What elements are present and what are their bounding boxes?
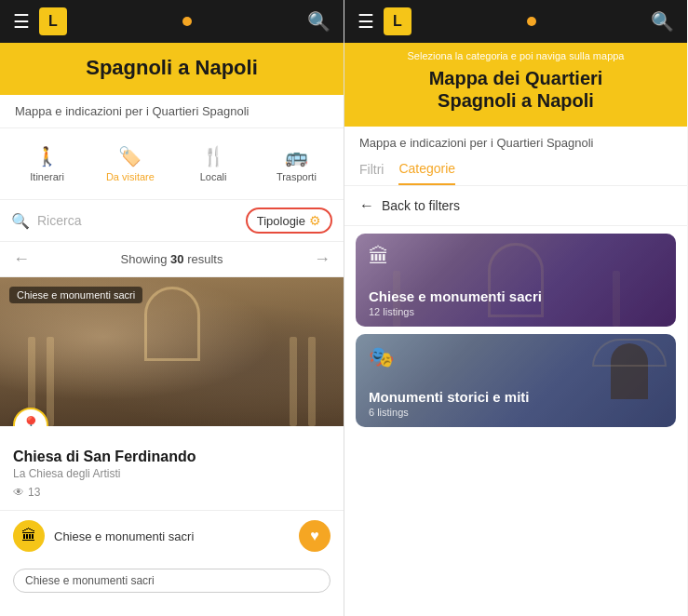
card-image: Chiese e monumenti sacri 📍 [0, 277, 344, 426]
description-text-left: Mappa e indicazioni per i Quartieri Spag… [15, 104, 249, 118]
category-cards-list: 🏛 Chiese e monumenti sacri 12 listings 🎭… [344, 226, 687, 616]
top-bar-right: ☰ L 🔍 [344, 0, 687, 43]
tab-trasporti[interactable]: 🚌 Trasporti [257, 140, 336, 188]
column-center-left [47, 337, 54, 426]
next-arrow[interactable]: → [314, 249, 331, 269]
tab-trasporti-label: Trasporti [277, 171, 317, 182]
tab-visitare-label: Da visitare [106, 171, 155, 182]
showing-text: Showing [121, 252, 170, 266]
favorite-button[interactable]: ♥ [299, 520, 331, 552]
tab-locali-label: Locali [200, 171, 227, 182]
filter-icon: ⚙ [309, 213, 321, 228]
itinerari-icon: 🚶 [35, 145, 59, 167]
title-text-right: Mappa dei Quartieri Spagnoli a Napoli [429, 68, 603, 111]
arch-shape [144, 287, 200, 361]
tab-itinerari-label: Itinerari [30, 171, 64, 182]
top-bar-right-left-group: ☰ L [357, 7, 411, 35]
tab-itinerari[interactable]: 🚶 Itinerari [7, 140, 87, 188]
panel-right: ☰ L 🔍 Seleziona la categoria e poi navig… [344, 0, 687, 616]
search-icon-right[interactable]: 🔍 [651, 10, 674, 33]
cat-card-title-monumenti: Monumenti storici e miti [369, 389, 663, 405]
tab-categorie[interactable]: Categorie [398, 161, 455, 185]
card-title: Chiesa di San Ferdinando [13, 449, 331, 465]
notification-dot-right [527, 17, 536, 26]
card-content: Chiesa di San Ferdinando La Chiesa degli… [0, 426, 344, 510]
hamburger-icon[interactable]: ☰ [13, 10, 30, 33]
back-button-label: Back to filters [382, 198, 460, 213]
card-badge: Chiese e monumenti sacri [9, 287, 142, 303]
poi-card: Chiese e monumenti sacri 📍 Chiesa di San… [0, 277, 344, 510]
prev-arrow[interactable]: ← [13, 249, 30, 269]
results-text: Showing 30 results [121, 252, 223, 266]
category-card-chiese[interactable]: 🏛 Chiese e monumenti sacri 12 listings [356, 234, 676, 327]
trasporti-icon: 🚌 [285, 145, 308, 167]
card-views: 👁 13 [13, 486, 331, 499]
yellow-header-left: Spagnoli a Napoli [0, 43, 344, 95]
tab-locali[interactable]: 🍴 Locali [174, 140, 253, 188]
top-bar-left: ☰ L 🔍 [0, 0, 344, 43]
results-count: 30 [170, 252, 183, 266]
page-title-right: Mappa dei Quartieri Spagnoli a Napoli [359, 67, 672, 112]
notification-dot [182, 17, 192, 26]
category-card-monumenti[interactable]: 🎭 Monumenti storici e miti 6 listings [356, 334, 676, 427]
panel-left: ☰ L 🔍 Spagnoli a Napoli Mappa e indicazi… [0, 0, 344, 616]
cat-card-count-monumenti: 6 listings [369, 407, 663, 418]
monumenti-top-icon: 🎭 [369, 345, 394, 369]
bottom-tag[interactable]: Chiese e monumenti sacri [13, 569, 331, 593]
visitare-icon: 🏷️ [118, 145, 142, 167]
search-input[interactable]: Ricerca [37, 213, 238, 228]
logo: L [39, 7, 67, 35]
tipologie-button[interactable]: Tipologie ⚙ [246, 208, 332, 234]
cat-card-count-chiese: 12 listings [369, 306, 663, 317]
top-bar-left-group: ☰ L [13, 7, 67, 35]
search-magnifier-icon: 🔍 [11, 212, 30, 230]
cat-card-overlay-chiese: 🏛 Chiese e monumenti sacri 12 listings [356, 234, 676, 327]
results-suffix: results [184, 252, 223, 266]
description-bar-right: Mappa e indicazioni per i Quartieri Spag… [344, 127, 687, 155]
search-icon[interactable]: 🔍 [307, 10, 331, 33]
mini-card-label: Chiese e monumenti sacri [54, 529, 290, 543]
mini-card[interactable]: 🏛 Chiese e monumenti sacri ♥ [0, 510, 344, 561]
tab-filtri[interactable]: Filtri [359, 162, 384, 184]
yellow-header-right: Seleziona la categoria e poi naviga sull… [344, 43, 687, 127]
cat-card-title-chiese: Chiese e monumenti sacri [369, 288, 663, 304]
locali-icon: 🍴 [202, 145, 225, 167]
tipologie-label: Tipologie [257, 214, 305, 228]
mini-card-icon: 🏛 [13, 520, 45, 552]
views-icon: 👁 [13, 486, 24, 499]
description-text-right: Mappa e indicazioni per i Quartieri Spag… [359, 136, 593, 150]
views-count: 13 [28, 486, 40, 499]
column-center-right [290, 337, 297, 426]
logo-right: L [384, 7, 411, 35]
page-title-left: Spagnoli a Napoli [15, 56, 329, 80]
hamburger-icon-right[interactable]: ☰ [357, 10, 374, 33]
tab-da-visitare[interactable]: 🏷️ Da visitare [90, 140, 169, 188]
category-tabs: 🚶 Itinerari 🏷️ Da visitare 🍴 Locali 🚌 Tr… [0, 128, 344, 200]
cat-card-overlay-monumenti: 🎭 Monumenti storici e miti 6 listings [356, 334, 676, 427]
filter-tabs: Filtri Categorie [344, 155, 687, 186]
back-arrow-icon: ← [359, 197, 374, 214]
search-bar: 🔍 Ricerca Tipologie ⚙ [0, 200, 344, 242]
top-note: Seleziona la categoria e poi naviga sull… [359, 50, 672, 61]
results-navigation: ← Showing 30 results → [0, 242, 344, 277]
description-bar-left: Mappa e indicazioni per i Quartieri Spag… [0, 95, 344, 128]
back-to-filters-button[interactable]: ← Back to filters [344, 186, 687, 226]
chiese-top-icon: 🏛 [369, 245, 389, 269]
column-right [308, 337, 316, 426]
card-subtitle: La Chiesa degli Artisti [13, 467, 331, 480]
